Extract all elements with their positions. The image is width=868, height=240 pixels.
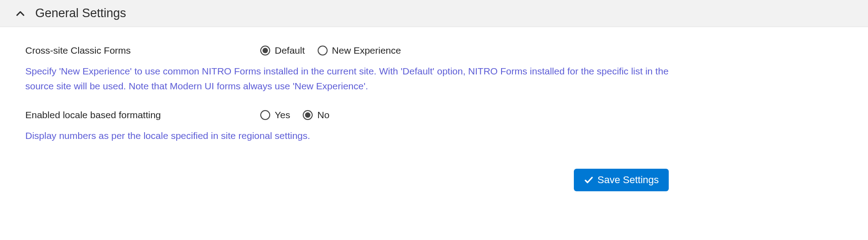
setting-row-locale-formatting: Enabled locale based formatting Yes No — [25, 110, 669, 120]
locale-formatting-option-yes[interactable]: Yes — [260, 110, 290, 120]
general-settings-header[interactable]: General Settings — [0, 0, 868, 27]
setting-row-cross-site: Cross-site Classic Forms Default New Exp… — [25, 45, 669, 56]
locale-formatting-option-no[interactable]: No — [303, 110, 329, 120]
radio-label: Yes — [275, 110, 290, 120]
save-settings-button[interactable]: Save Settings — [574, 169, 669, 191]
cross-site-label: Cross-site Classic Forms — [25, 45, 260, 56]
locale-formatting-label: Enabled locale based formatting — [25, 110, 260, 120]
chevron-up-icon — [15, 9, 25, 18]
radio-icon — [260, 46, 270, 55]
cross-site-option-default[interactable]: Default — [260, 45, 305, 56]
cross-site-radio-group: Default New Experience — [260, 45, 401, 56]
panel-title: General Settings — [35, 6, 126, 20]
check-icon — [584, 175, 594, 185]
radio-label: No — [317, 110, 329, 120]
locale-formatting-help-text: Display numbers as per the locale specif… — [25, 129, 669, 143]
radio-icon — [260, 110, 270, 120]
cross-site-help-text: Specify 'New Experience' to use common N… — [25, 64, 669, 93]
radio-label: Default — [275, 45, 305, 56]
general-settings-body: Cross-site Classic Forms Default New Exp… — [0, 27, 694, 169]
save-button-label: Save Settings — [597, 174, 659, 186]
locale-formatting-radio-group: Yes No — [260, 110, 329, 120]
action-button-row: Save Settings — [0, 169, 694, 200]
radio-label: New Experience — [332, 45, 401, 56]
cross-site-option-new-experience[interactable]: New Experience — [318, 45, 401, 56]
radio-icon — [303, 110, 313, 120]
radio-icon — [318, 46, 328, 55]
